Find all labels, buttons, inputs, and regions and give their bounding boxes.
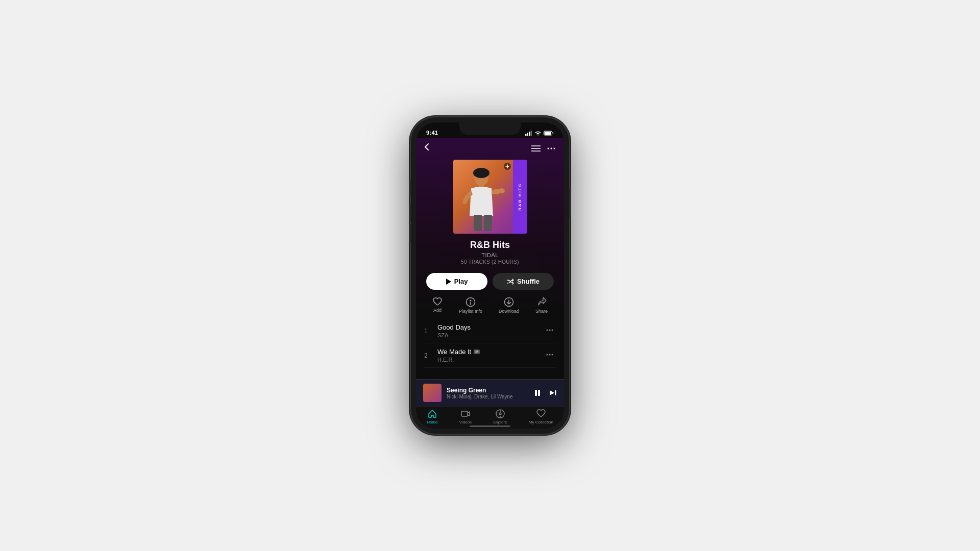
info-icon — [465, 297, 476, 307]
shuffle-button[interactable]: Shuffle — [493, 273, 554, 290]
explore-label: Explore — [493, 420, 507, 424]
now-playing-bar[interactable]: Seeing Green Nicki Minaj, Drake, Lil Way… — [416, 379, 564, 406]
nav-item-explore[interactable]: Explore — [493, 409, 507, 424]
svg-point-13 — [473, 168, 489, 178]
svg-point-30 — [547, 354, 548, 355]
add-label: Add — [433, 308, 442, 313]
signal-icon — [525, 131, 532, 136]
svg-point-15 — [499, 188, 505, 193]
icon-actions-row: Add Playlist Info — [416, 295, 564, 319]
svg-rect-36 — [555, 390, 556, 395]
shuffle-icon — [507, 279, 514, 285]
nav-item-collection[interactable]: My Collection — [529, 409, 553, 424]
playlist-info-action[interactable]: Playlist Info — [459, 297, 482, 314]
home-indicator — [470, 425, 510, 427]
share-icon — [536, 297, 547, 307]
track-info: We Made It M H.E.R. — [437, 348, 544, 363]
battery-icon — [544, 131, 554, 136]
svg-point-23 — [470, 300, 471, 301]
svg-point-31 — [549, 354, 551, 355]
playlist-info-label: Playlist Info — [459, 309, 482, 314]
nav-item-videos[interactable]: Videos — [459, 409, 472, 424]
heart-icon — [432, 297, 443, 306]
play-icon — [446, 279, 451, 285]
svg-point-39 — [499, 413, 501, 415]
svg-point-11 — [554, 147, 555, 149]
album-side-banner: R&B HITS — [513, 160, 527, 234]
phone-wrapper: 9:41 — [411, 117, 569, 434]
track-title: Good Days — [437, 323, 544, 331]
playlist-title: R&B Hits — [426, 240, 554, 251]
more-dots-icon — [546, 327, 554, 334]
playlist-meta: 50 TRACKS (2 HOURS) — [426, 259, 554, 265]
collection-label: My Collection — [529, 420, 553, 424]
download-label: Download — [499, 309, 519, 314]
more-icon[interactable] — [547, 145, 556, 152]
home-label: Home — [427, 420, 437, 424]
svg-marker-35 — [550, 390, 554, 395]
svg-rect-0 — [525, 134, 527, 136]
shuffle-label: Shuffle — [517, 278, 540, 285]
download-action[interactable]: Download — [499, 297, 519, 314]
top-bar — [416, 138, 564, 158]
svg-rect-1 — [527, 133, 529, 136]
svg-rect-34 — [538, 390, 540, 396]
menu-icon[interactable] — [531, 145, 541, 152]
svg-point-32 — [552, 354, 553, 355]
svg-point-28 — [549, 329, 551, 331]
nav-item-home[interactable]: Home — [427, 409, 437, 424]
svg-rect-16 — [474, 215, 482, 231]
play-button[interactable]: Play — [426, 273, 487, 290]
track-artist: SZA — [437, 332, 544, 338]
now-playing-controls — [533, 389, 557, 397]
notch — [459, 122, 521, 135]
album-section: R&B HITS — [416, 158, 564, 238]
videos-label: Videos — [459, 420, 472, 424]
svg-rect-37 — [461, 411, 468, 416]
svg-point-9 — [548, 147, 549, 149]
top-actions — [531, 145, 556, 152]
wifi-icon — [534, 131, 542, 136]
table-row[interactable]: 2 We Made It M H.E.R. — [424, 343, 556, 368]
track-more-button[interactable] — [544, 324, 556, 338]
screen-content: R&B HITS — [416, 138, 564, 429]
track-more-button[interactable] — [544, 349, 556, 362]
action-buttons: Play Shuffle — [416, 269, 564, 295]
playlist-author: TIDAL — [426, 252, 554, 258]
explicit-badge: M — [474, 349, 480, 354]
album-art-container: R&B HITS — [453, 160, 527, 234]
svg-point-27 — [547, 329, 548, 331]
status-time: 9:41 — [426, 130, 438, 136]
pause-button[interactable] — [533, 389, 542, 397]
track-number: 1 — [424, 328, 434, 335]
track-number: 2 — [424, 352, 434, 359]
playlist-info: R&B Hits TIDAL 50 TRACKS (2 HOURS) — [416, 238, 564, 269]
track-name: Good Days — [437, 323, 471, 331]
svg-marker-21 — [446, 279, 451, 285]
svg-rect-2 — [529, 132, 530, 136]
track-title: We Made It M — [437, 348, 544, 356]
add-action[interactable]: Add — [432, 297, 443, 314]
album-plus-button[interactable] — [504, 163, 511, 171]
album-art: R&B HITS — [453, 160, 527, 234]
svg-rect-33 — [535, 390, 537, 396]
explore-icon — [495, 409, 505, 419]
track-list: 1 Good Days SZA — [416, 319, 564, 368]
track-info: Good Days SZA — [437, 323, 544, 338]
now-playing-info: Seeing Green Nicki Minaj, Drake, Lil Way… — [447, 387, 528, 399]
track-name: We Made It — [437, 348, 471, 356]
table-row[interactable]: 1 Good Days SZA — [424, 319, 556, 343]
svg-rect-5 — [545, 132, 551, 135]
svg-rect-17 — [484, 215, 492, 231]
share-action[interactable]: Share — [535, 297, 548, 314]
phone-screen: 9:41 — [416, 122, 564, 429]
back-button[interactable] — [424, 143, 429, 154]
now-playing-artist: Nicki Minaj, Drake, Lil Wayne — [447, 394, 528, 399]
track-artist: H.E.R. — [437, 357, 544, 363]
status-icons — [525, 131, 554, 136]
skip-next-button[interactable] — [549, 389, 557, 397]
album-side-text: R&B HITS — [518, 183, 522, 211]
now-playing-thumbnail — [423, 384, 442, 402]
phone-frame: 9:41 — [411, 117, 569, 434]
svg-rect-3 — [531, 131, 532, 136]
